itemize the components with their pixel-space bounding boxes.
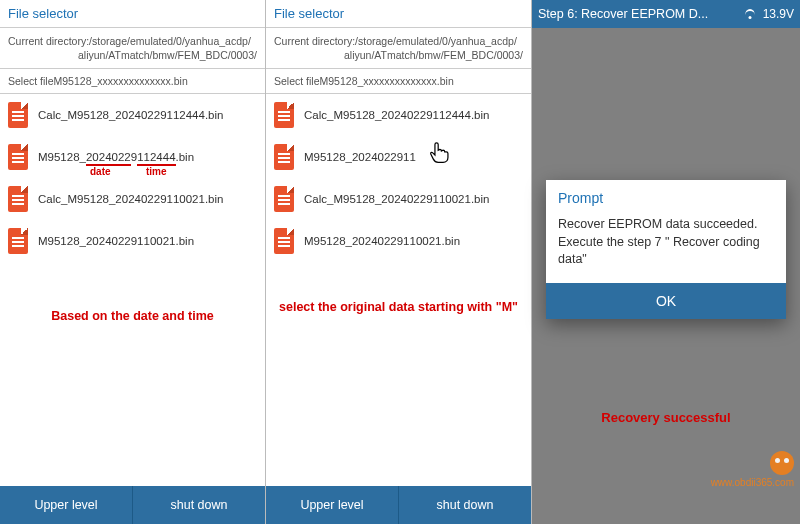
file-row[interactable]: Calc_M95128_20240229110021.bin xyxy=(0,178,265,220)
file-icon xyxy=(274,102,294,128)
dir-path-2: aliyun/ATmatch/bmw/FEM_BDC/0003/ xyxy=(274,48,523,62)
voltage-indicator: 13.9V xyxy=(763,7,794,21)
pointer-hand-icon xyxy=(426,138,452,164)
prompt-dialog: Prompt Recover EEPROM data succeeded. Ex… xyxy=(546,180,786,319)
file-list: Calc_M95128_20240229112444.bin M95128_20… xyxy=(0,94,265,486)
recover-panel: Step 6: Recover EEPROM D... 13.9V Prompt… xyxy=(532,0,800,524)
file-name: Calc_M95128_20240229110021.bin xyxy=(304,193,489,205)
file-row[interactable]: M95128_20240229112444.bin date time xyxy=(0,136,265,178)
file-row[interactable]: M95128_2024022911 xyxy=(266,136,531,178)
anno-date: date xyxy=(90,166,111,177)
current-directory: Current directory:/storage/emulated/0/ya… xyxy=(266,28,531,69)
file-row[interactable]: Calc_M95128_20240229110021.bin xyxy=(266,178,531,220)
file-name: M95128_20240229112444.bin xyxy=(38,151,194,163)
file-icon xyxy=(8,228,28,254)
dir-label: Current directory: xyxy=(8,35,89,47)
panel-title: File selector xyxy=(266,0,531,28)
status-indicators: 13.9V xyxy=(743,7,794,21)
file-row[interactable]: M95128_20240229110021.bin xyxy=(0,220,265,262)
step-title: Step 6: Recover EEPROM D... xyxy=(538,7,708,21)
file-icon xyxy=(274,186,294,212)
file-list: Calc_M95128_20240229112444.bin M95128_20… xyxy=(266,94,531,486)
file-row[interactable]: Calc_M95128_20240229112444.bin xyxy=(0,94,265,136)
select-pattern: Select fileM95128_xxxxxxxxxxxxxx.bin xyxy=(266,69,531,94)
file-icon xyxy=(8,102,28,128)
annotation-main: Based on the date and time xyxy=(0,309,265,323)
file-icon xyxy=(8,186,28,212)
file-row[interactable]: M95128_20240229110021.bin xyxy=(266,220,531,262)
file-name: Calc_M95128_20240229110021.bin xyxy=(38,193,223,205)
shutdown-button[interactable]: shut down xyxy=(133,486,265,524)
annotation-main: Recovery successful xyxy=(532,410,800,425)
title-text: File selector xyxy=(8,6,78,21)
shutdown-button[interactable]: shut down xyxy=(399,486,531,524)
wifi-icon xyxy=(743,9,757,19)
select-pattern: Select fileM95128_xxxxxxxxxxxxxx.bin xyxy=(0,69,265,94)
annotation-main: select the original data starting with "… xyxy=(266,299,531,317)
watermark-logo-icon xyxy=(770,451,794,475)
bottom-bar: Upper level shut down xyxy=(266,486,531,524)
ok-button[interactable]: OK xyxy=(546,283,786,319)
watermark-text: www.obdii365.com xyxy=(711,477,794,488)
dir-path-1: /storage/emulated/0/yanhua_acdp/ xyxy=(355,35,517,47)
file-icon xyxy=(274,144,294,170)
dialog-title: Prompt xyxy=(546,180,786,212)
upper-level-button[interactable]: Upper level xyxy=(266,486,399,524)
upper-level-button[interactable]: Upper level xyxy=(0,486,133,524)
file-name: M95128_20240229110021.bin xyxy=(304,235,460,247)
dialog-body: Recover EEPROM data succeeded. Execute t… xyxy=(546,212,786,283)
file-name: Calc_M95128_20240229112444.bin xyxy=(304,109,489,121)
file-name: M95128_2024022911 xyxy=(304,151,416,163)
file-icon xyxy=(8,144,28,170)
file-name: Calc_M95128_20240229112444.bin xyxy=(38,109,223,121)
dir-label: Current directory: xyxy=(274,35,355,47)
file-row[interactable]: Calc_M95128_20240229112444.bin xyxy=(266,94,531,136)
dir-path-1: /storage/emulated/0/yanhua_acdp/ xyxy=(89,35,251,47)
step-header: Step 6: Recover EEPROM D... 13.9V xyxy=(532,0,800,28)
panel-title: File selector xyxy=(0,0,265,28)
file-icon xyxy=(274,228,294,254)
dir-path-2: aliyun/ATmatch/bmw/FEM_BDC/0003/ xyxy=(8,48,257,62)
anno-time: time xyxy=(146,166,167,177)
watermark: www.obdii365.com xyxy=(711,451,794,488)
file-selector-panel-1: File selector Current directory:/storage… xyxy=(0,0,266,524)
title-text: File selector xyxy=(274,6,344,21)
bottom-bar: Upper level shut down xyxy=(0,486,265,524)
file-selector-panel-2: File selector Current directory:/storage… xyxy=(266,0,532,524)
file-name: M95128_20240229110021.bin xyxy=(38,235,194,247)
current-directory: Current directory:/storage/emulated/0/ya… xyxy=(0,28,265,69)
